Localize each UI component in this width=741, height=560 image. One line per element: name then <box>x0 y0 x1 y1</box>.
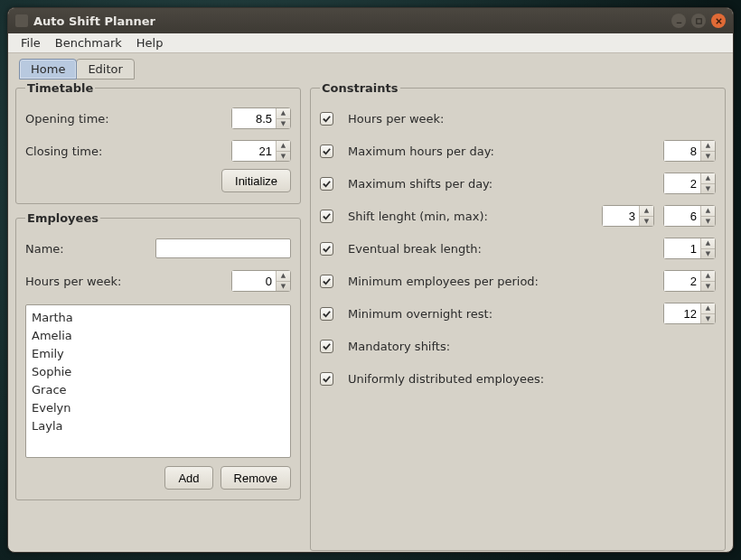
chevron-up-icon[interactable]: ▲ <box>701 238 715 249</box>
chevron-up-icon[interactable]: ▲ <box>701 173 715 184</box>
menu-file[interactable]: File <box>14 34 48 51</box>
list-item[interactable]: Sophie <box>32 363 285 381</box>
spinner-closing-time[interactable]: ▲▼ <box>231 140 291 162</box>
chevron-down-icon[interactable]: ▼ <box>701 282 715 292</box>
initialize-button[interactable]: Initialize <box>221 169 291 192</box>
input-max-shifts-day[interactable] <box>664 173 700 193</box>
chevron-up-icon[interactable]: ▲ <box>701 141 715 152</box>
chevron-up-icon[interactable]: ▲ <box>701 303 715 314</box>
spinner-buttons[interactable]: ▲▼ <box>700 173 715 193</box>
label-constraint-mandatory-shifts: Mandatory shifts: <box>348 340 716 353</box>
checkbox-uniform-dist[interactable] <box>320 372 333 386</box>
spinner-max-hours-day[interactable]: ▲▼ <box>663 140 716 162</box>
label-closing-time: Closing time: <box>25 145 231 158</box>
window-title: Auto Shift Planner <box>33 14 155 28</box>
chevron-down-icon[interactable]: ▼ <box>277 119 290 129</box>
remove-button[interactable]: Remove <box>220 466 291 490</box>
close-icon[interactable] <box>711 14 726 28</box>
input-shift-length-min[interactable] <box>603 206 639 226</box>
list-item[interactable]: Martha <box>32 309 285 327</box>
spinner-min-overnight[interactable]: ▲▼ <box>663 303 716 324</box>
input-min-emp-period[interactable] <box>664 271 700 291</box>
group-employees: Employees Name: Hours per week: ▲▼ <box>15 211 301 500</box>
legend-employees: Employees <box>25 211 100 225</box>
chevron-down-icon[interactable]: ▼ <box>701 152 715 162</box>
input-max-hours-day[interactable] <box>664 141 700 161</box>
svg-rect-1 <box>696 18 700 23</box>
chevron-down-icon[interactable]: ▼ <box>701 249 715 259</box>
group-constraints: Constraints Hours per week: Maximum hour… <box>310 81 726 551</box>
list-item[interactable]: Evelyn <box>32 399 285 417</box>
legend-constraints: Constraints <box>320 81 400 95</box>
spinner-min-emp-period[interactable]: ▲▼ <box>663 270 716 292</box>
label-constraint-break-length: Eventual break length: <box>348 242 656 256</box>
spinner-max-shifts-day[interactable]: ▲▼ <box>663 173 716 194</box>
spinner-buttons[interactable]: ▲▼ <box>276 108 290 128</box>
name-input[interactable] <box>155 238 291 258</box>
checkbox-max-shifts-day[interactable] <box>320 177 333 191</box>
spinner-buttons[interactable]: ▲▼ <box>700 238 715 258</box>
menubar: File Benchmark Help <box>8 33 733 53</box>
spinner-buttons[interactable]: ▲▼ <box>700 271 715 291</box>
add-button[interactable]: Add <box>164 466 212 490</box>
spinner-shift-length-max[interactable]: ▲▼ <box>663 205 716 227</box>
chevron-down-icon[interactable]: ▼ <box>640 217 653 227</box>
spinner-buttons[interactable]: ▲▼ <box>276 271 290 291</box>
label-hours-per-week: Hours per week: <box>25 275 231 288</box>
tab-editor[interactable]: Editor <box>76 59 134 79</box>
label-constraint-max-shifts-day: Maximum shifts per day: <box>348 177 656 191</box>
input-closing-time[interactable] <box>232 141 276 161</box>
list-item[interactable]: Layla <box>32 417 285 435</box>
chevron-down-icon[interactable]: ▼ <box>277 282 290 292</box>
input-break-length[interactable] <box>664 238 700 258</box>
spinner-buttons[interactable]: ▲▼ <box>700 141 715 161</box>
list-item[interactable]: Emily <box>32 345 285 363</box>
label-constraint-max-hours-day: Maximum hours per day: <box>348 145 656 158</box>
tabs: Home Editor <box>15 59 726 79</box>
spinner-buttons[interactable]: ▲▼ <box>639 206 653 226</box>
group-timetable: Timetable Opening time: ▲▼ Closing time:… <box>15 81 301 204</box>
menu-benchmark[interactable]: Benchmark <box>48 34 129 51</box>
input-hours-per-week[interactable] <box>232 271 276 291</box>
spinner-buttons[interactable]: ▲▼ <box>276 141 290 161</box>
input-shift-length-max[interactable] <box>664 206 700 226</box>
chevron-up-icon[interactable]: ▲ <box>640 206 653 217</box>
minimize-icon[interactable] <box>671 14 686 28</box>
spinner-buttons[interactable]: ▲▼ <box>700 303 715 323</box>
label-constraint-hours-per-week: Hours per week: <box>348 112 716 126</box>
tab-home[interactable]: Home <box>19 59 77 79</box>
spinner-break-length[interactable]: ▲▼ <box>663 238 716 259</box>
legend-timetable: Timetable <box>25 81 95 95</box>
checkbox-max-hours-day[interactable] <box>320 145 333 158</box>
chevron-up-icon[interactable]: ▲ <box>277 141 290 152</box>
list-item[interactable]: Grace <box>32 381 285 399</box>
chevron-up-icon[interactable]: ▲ <box>277 108 290 119</box>
input-min-overnight[interactable] <box>664 303 700 323</box>
spinner-hours-per-week[interactable]: ▲▼ <box>231 270 291 292</box>
spinner-shift-length-min[interactable]: ▲▼ <box>602 205 654 227</box>
checkbox-hours-per-week[interactable] <box>320 112 333 126</box>
chevron-down-icon[interactable]: ▼ <box>277 152 290 162</box>
chevron-down-icon[interactable]: ▼ <box>701 217 715 227</box>
chevron-up-icon[interactable]: ▲ <box>277 271 290 282</box>
chevron-down-icon[interactable]: ▼ <box>701 314 715 324</box>
label-opening-time: Opening time: <box>25 112 231 126</box>
checkbox-shift-length[interactable] <box>320 210 333 223</box>
app-icon <box>15 14 28 27</box>
menu-help[interactable]: Help <box>129 34 171 51</box>
spinner-buttons[interactable]: ▲▼ <box>700 206 715 226</box>
checkbox-break-length[interactable] <box>320 242 333 256</box>
checkbox-mandatory-shifts[interactable] <box>320 340 333 353</box>
chevron-down-icon[interactable]: ▼ <box>701 184 715 194</box>
chevron-up-icon[interactable]: ▲ <box>701 271 715 282</box>
checkbox-min-emp-period[interactable] <box>320 275 333 288</box>
checkbox-min-overnight[interactable] <box>320 307 333 321</box>
spinner-opening-time[interactable]: ▲▼ <box>231 107 291 129</box>
maximize-icon[interactable] <box>691 14 706 28</box>
input-opening-time[interactable] <box>232 108 276 128</box>
employee-list[interactable]: Martha Amelia Emily Sophie Grace Evelyn … <box>25 304 291 458</box>
label-constraint-uniform-dist: Uniformly distributed employees: <box>348 372 716 386</box>
chevron-up-icon[interactable]: ▲ <box>701 206 715 217</box>
list-item[interactable]: Amelia <box>32 327 285 345</box>
titlebar[interactable]: Auto Shift Planner <box>8 8 733 33</box>
